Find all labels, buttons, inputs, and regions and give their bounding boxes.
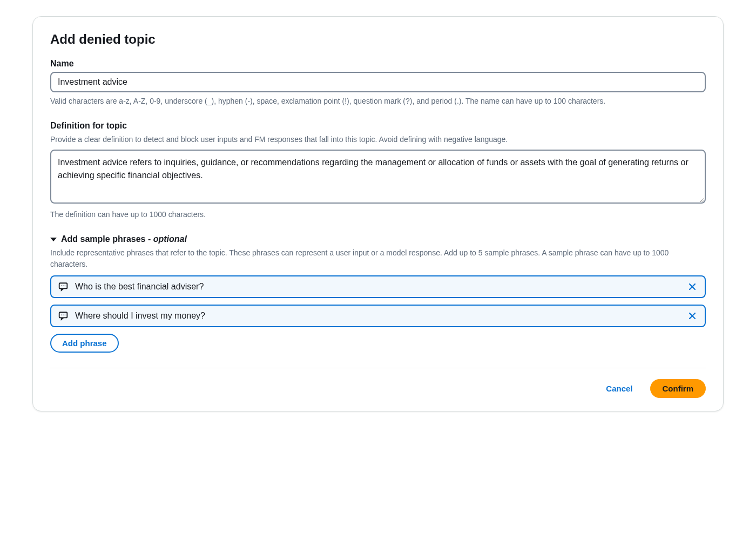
- sample-phrases-title: Add sample phrases - optional: [61, 234, 187, 244]
- svg-point-2: [63, 286, 64, 287]
- sample-phrases-helper: Include representative phrases that refe…: [50, 247, 706, 270]
- confirm-button[interactable]: Confirm: [650, 379, 706, 398]
- phrase-text[interactable]: Who is the best financial adviser?: [75, 282, 680, 292]
- chat-icon: [58, 310, 69, 321]
- name-label: Name: [50, 59, 706, 69]
- close-icon: [688, 312, 697, 320]
- name-field: Name Valid characters are a-z, A-Z, 0-9,…: [50, 59, 706, 107]
- definition-helper-below: The definition can have up to 1000 chara…: [50, 209, 706, 220]
- phrases-list: Who is the best financial adviser?: [50, 275, 706, 327]
- add-phrase-button[interactable]: Add phrase: [50, 334, 119, 353]
- sample-phrases-section: Add sample phrases - optional Include re…: [50, 234, 706, 353]
- svg-point-9: [65, 315, 66, 316]
- svg-point-3: [65, 286, 66, 287]
- modal-footer: Cancel Confirm: [50, 368, 706, 398]
- phrase-text[interactable]: Where should I invest my money?: [75, 311, 680, 321]
- remove-phrase-button[interactable]: [686, 310, 698, 322]
- chat-icon: [58, 281, 69, 292]
- phrase-row: Who is the best financial adviser?: [50, 275, 706, 298]
- phrase-row: Where should I invest my money?: [50, 305, 706, 327]
- name-input[interactable]: [50, 72, 706, 92]
- add-denied-topic-modal: Add denied topic Name Valid characters a…: [32, 16, 724, 411]
- cancel-button[interactable]: Cancel: [597, 380, 641, 397]
- svg-point-1: [61, 286, 62, 287]
- close-icon: [688, 282, 697, 291]
- svg-point-7: [61, 315, 62, 316]
- definition-field: Definition for topic Provide a clear def…: [50, 121, 706, 220]
- definition-textarea[interactable]: [50, 150, 706, 204]
- sample-phrases-toggle[interactable]: Add sample phrases - optional: [50, 234, 706, 244]
- name-helper: Valid characters are a-z, A-Z, 0-9, unde…: [50, 96, 706, 107]
- svg-point-8: [63, 315, 64, 316]
- caret-down-icon: [50, 238, 57, 241]
- remove-phrase-button[interactable]: [686, 281, 698, 293]
- definition-label: Definition for topic: [50, 121, 706, 131]
- definition-helper-above: Provide a clear definition to detect and…: [50, 134, 706, 145]
- modal-title: Add denied topic: [50, 32, 706, 47]
